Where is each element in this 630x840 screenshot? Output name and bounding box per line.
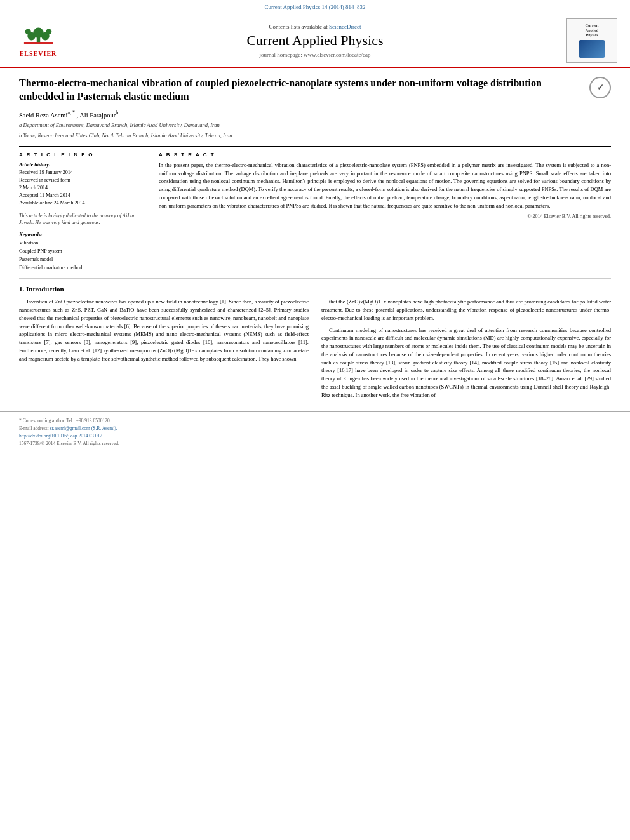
- journal-header-center: Contents lists available at ScienceDirec…: [64, 23, 566, 58]
- email-label: E-mail address:: [19, 425, 49, 431]
- article-history: Article history: Received 19 January 201…: [19, 161, 146, 207]
- corresponding-author-note: * Corresponding author. Tel.: +98 913 05…: [19, 417, 611, 425]
- keywords-section: Keywords: Vibration Coupled PNP system P…: [19, 231, 146, 272]
- accepted-date: Accepted 11 March 2014: [19, 192, 146, 199]
- abstract-text: In the present paper, the thermo-electro…: [159, 161, 611, 210]
- sciencedirect-link[interactable]: ScienceDirect: [329, 23, 361, 30]
- dedication-text: This article is lovingly dedicated to th…: [19, 212, 146, 226]
- keyword-3: Pasternak model: [19, 256, 146, 264]
- section-1-col-left: Invention of ZnO piezoelectric nanowires…: [19, 298, 309, 403]
- elsevier-logo: ELSEVIER: [13, 25, 64, 57]
- keyword-2: Coupled PNP system: [19, 248, 146, 256]
- section-1-col-right: that the (ZnO)x(MgO)1−x nanoplates have …: [321, 298, 611, 403]
- email-line: E-mail address: sr.asemi@gmail.com (S.R.…: [19, 425, 611, 432]
- author2-name: , Ali Farajpour: [77, 111, 116, 118]
- available-date: Available online 24 March 2014: [19, 199, 146, 207]
- svg-point-6: [46, 29, 51, 34]
- author2-sup: b: [116, 110, 118, 116]
- svg-rect-0: [23, 42, 52, 44]
- article-info-abstract-section: A R T I C L E I N F O Article history: R…: [19, 146, 611, 272]
- intro-p3: Continuum modeling of nanostructures has…: [321, 326, 611, 399]
- journal-cover-logo: CurrentAppliedPhysics: [566, 18, 617, 63]
- history-label: Article history:: [19, 162, 51, 168]
- journal-homepage: journal homepage: www.elsevier.com/locat…: [64, 51, 566, 58]
- keywords-list: Vibration Coupled PNP system Pasternak m…: [19, 239, 146, 272]
- received-date: Received 19 January 2014: [19, 169, 146, 177]
- article-footer: * Corresponding author. Tel.: +98 913 05…: [0, 411, 630, 451]
- elsevier-tree-icon: [21, 25, 56, 49]
- abstract-label: A B S T R A C T: [159, 152, 611, 157]
- journal-title: Current Applied Physics: [64, 32, 566, 49]
- crossmark-badge[interactable]: ✓: [589, 77, 611, 98]
- abstract-column: A B S T R A C T In the present paper, th…: [159, 152, 611, 272]
- copyright-text: © 2014 Elsevier B.V. All rights reserved…: [159, 213, 611, 219]
- journal-cover-image: [579, 40, 605, 58]
- intro-p1: Invention of ZnO piezoelectric nanowires…: [19, 298, 309, 363]
- section-1-heading: 1. Introduction: [19, 285, 611, 293]
- corresponding-note-text: * Corresponding author. Tel.: +98 913 05…: [19, 418, 111, 423]
- elsevier-wordmark: ELSEVIER: [20, 50, 57, 57]
- keyword-1: Vibration: [19, 239, 146, 248]
- section-divider: [19, 278, 611, 279]
- section-1-body: Invention of ZnO piezoelectric nanowires…: [19, 298, 611, 403]
- section-1-number: 1.: [19, 285, 24, 293]
- journal-header: ELSEVIER Contents lists available at Sci…: [0, 13, 630, 68]
- article-content: ✓ Thermo-electro-mechanical vibration of…: [0, 68, 630, 411]
- doi-line: http://dx.doi.org/10.1016/j.cap.2014.03.…: [19, 432, 611, 440]
- section-1: 1. Introduction Invention of ZnO piezoel…: [19, 285, 611, 403]
- article-title: Thermo-electro-mechanical vibration of c…: [19, 77, 611, 103]
- article-info-label: A R T I C L E I N F O: [19, 152, 146, 157]
- contents-text: Contents lists available at: [269, 23, 328, 30]
- keywords-label: Keywords:: [19, 231, 146, 237]
- article-info-column: A R T I C L E I N F O Article history: R…: [19, 152, 146, 272]
- intro-p2: that the (ZnO)x(MgO)1−x nanoplates have …: [321, 298, 611, 322]
- affiliation1: a Department of Environment, Damavand Br…: [19, 122, 611, 130]
- author1-sup: a, *: [67, 110, 75, 116]
- doi-link[interactable]: http://dx.doi.org/10.1016/j.cap.2014.03.…: [19, 433, 102, 439]
- section-1-title: Introduction: [26, 285, 64, 293]
- affiliation2: b Young Researchers and Elites Club, Nor…: [19, 132, 611, 140]
- contents-available-line: Contents lists available at ScienceDirec…: [64, 23, 566, 30]
- revised-label: Received in revised form: [19, 177, 146, 184]
- author1-name: Saeid Reza Asemi: [19, 111, 67, 118]
- keyword-4: Differential quadrature method: [19, 264, 146, 272]
- journal-ref-text: Current Applied Physics 14 (2014) 814–83…: [264, 4, 365, 10]
- svg-point-5: [25, 29, 30, 34]
- revised-date: 2 March 2014: [19, 184, 146, 192]
- issn-line: 1567-1739/© 2014 Elsevier B.V. All right…: [19, 440, 611, 448]
- authors-line: Saeid Reza Asemia, * , Ali Farajpourb: [19, 110, 611, 119]
- journal-reference-bar: Current Applied Physics 14 (2014) 814–83…: [0, 0, 630, 13]
- email-address: sr.asemi@gmail.com (S.R. Asemi).: [50, 425, 117, 431]
